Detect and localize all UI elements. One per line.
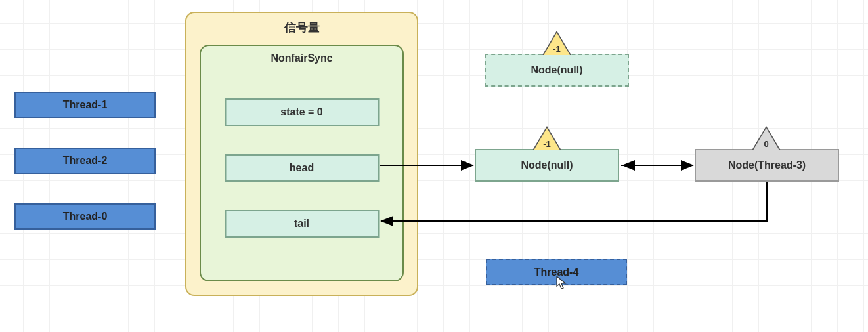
wait-status-dashed: -1 — [547, 44, 567, 54]
semaphore-container: 信号量 NonfairSync state = 0 head tail — [185, 12, 418, 296]
thread-2-box: Thread-2 — [14, 148, 156, 174]
tail-label: tail — [294, 218, 309, 230]
thread-0-label: Thread-0 — [63, 211, 108, 222]
thread-1-label: Thread-1 — [63, 99, 108, 111]
node-thread3-label: Node(Thread-3) — [728, 159, 806, 171]
thread-1-box: Thread-1 — [14, 92, 156, 118]
node-thread3: Node(Thread-3) — [695, 149, 839, 182]
semaphore-title: 信号量 — [186, 20, 417, 35]
wait-status-thread3: 0 — [756, 139, 776, 149]
node-null-head-label: Node(null) — [521, 159, 573, 171]
mouse-cursor-icon — [556, 276, 567, 290]
node-null-dashed: Node(null) — [485, 54, 629, 87]
head-label: head — [290, 162, 314, 174]
nonfair-sync-title: NonfairSync — [201, 52, 402, 64]
thread-0-box: Thread-0 — [14, 203, 156, 230]
node-null-dashed-label: Node(null) — [531, 64, 582, 76]
arrow-tail-to-thread3 — [381, 182, 767, 221]
state-field: state = 0 — [225, 98, 379, 126]
node-null-head: Node(null) — [475, 149, 619, 182]
tail-field: tail — [225, 210, 379, 238]
thread-2-label: Thread-2 — [63, 155, 108, 167]
head-field: head — [225, 154, 379, 182]
nonfair-sync-box: NonfairSync state = 0 head tail — [200, 45, 404, 281]
wait-status-head: -1 — [537, 139, 557, 149]
state-label: state = 0 — [280, 106, 322, 118]
diagram-canvas: Thread-1 Thread-2 Thread-0 信号量 NonfairSy… — [0, 0, 868, 332]
